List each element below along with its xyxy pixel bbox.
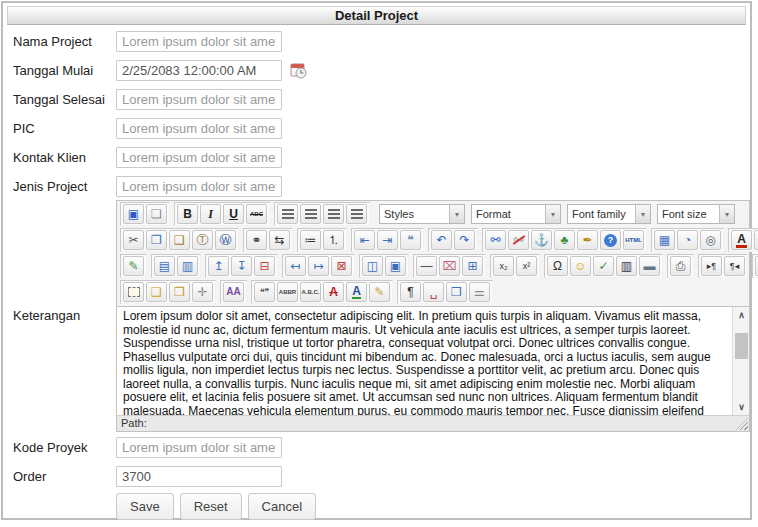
numbered-list-button[interactable]: ⒈ — [323, 230, 344, 250]
insert-layer-button[interactable] — [123, 282, 144, 302]
pic-input[interactable] — [116, 118, 282, 139]
align-left-button[interactable] — [277, 204, 298, 224]
unlink-button[interactable]: ⚯ — [508, 230, 529, 250]
cancel-button[interactable]: Cancel — [248, 493, 316, 520]
spellcheck-button[interactable]: ✓ — [593, 256, 614, 276]
delete-row-button[interactable]: ⊟ — [254, 256, 275, 276]
editor-scrollbar[interactable]: ∧ ∨ — [732, 307, 749, 415]
horizontal-rule-button[interactable]: — — [416, 256, 437, 276]
scroll-down-icon[interactable]: ∨ — [733, 399, 749, 415]
insert-edit-table-button[interactable]: ✎ — [123, 256, 144, 276]
indent-button[interactable]: ⇥ — [377, 230, 398, 250]
page-break-button[interactable]: ⚌ — [469, 282, 490, 302]
insert-link-button[interactable]: ⚯ — [485, 230, 506, 250]
paste-as-text-button[interactable]: Ⓣ — [192, 230, 213, 250]
insert-column-before-button[interactable]: ↤ — [285, 256, 306, 276]
redo-button[interactable]: ↷ — [454, 230, 475, 250]
emoticons-button[interactable]: ☺ — [570, 256, 591, 276]
chevron-down-icon[interactable]: ▾ — [545, 205, 560, 223]
reset-button[interactable]: Reset — [180, 493, 242, 520]
editor-text[interactable]: Lorem ipsum dolor sit amet, consectetur … — [117, 307, 732, 415]
insert-image-button[interactable]: ♣ — [554, 230, 575, 250]
text-color-arrow-button[interactable]: ▾ — [754, 230, 758, 250]
advanced-hr-button[interactable]: ▬ — [639, 256, 660, 276]
scrollbar-thumb[interactable] — [735, 333, 748, 359]
html-source-button[interactable]: HTML — [623, 230, 644, 250]
text-color-button[interactable]: A — [731, 230, 752, 250]
chevron-down-icon[interactable]: ▾ — [719, 205, 734, 223]
abbreviation-button[interactable]: ABBR — [277, 282, 298, 302]
align-center-button[interactable] — [300, 204, 321, 224]
insert-time-button[interactable]: ◔ — [677, 230, 698, 250]
nonbreaking-space-button[interactable]: ␣ — [423, 282, 444, 302]
tanggal-selesai-input[interactable] — [116, 89, 282, 110]
remove-formatting-button[interactable]: ⌧ — [439, 256, 460, 276]
find-button[interactable]: ⚭ — [246, 230, 267, 250]
special-character-button[interactable]: Ω — [547, 256, 568, 276]
preview-button[interactable]: ◎ — [700, 230, 721, 250]
visual-characters-button[interactable]: ¶ — [400, 282, 421, 302]
insert-media-button[interactable]: ▥ — [616, 256, 637, 276]
format-dropdown[interactable]: Format▾ — [471, 204, 561, 224]
cleanup-code-button[interactable]: ✒ — [577, 230, 598, 250]
help-button[interactable]: ? — [600, 230, 621, 250]
save-button[interactable]: ▣ — [123, 204, 144, 224]
acronym-button[interactable]: A.B.C. — [300, 282, 321, 302]
split-cells-button[interactable]: ◫ — [362, 256, 383, 276]
superscript-button[interactable]: x² — [516, 256, 537, 276]
nama-project-input[interactable] — [116, 31, 282, 52]
align-right-button[interactable] — [323, 204, 344, 224]
strikethrough-button[interactable]: ABC — [246, 204, 267, 224]
paste-button[interactable]: ❑ — [169, 230, 190, 250]
kode-proyek-input[interactable] — [116, 437, 282, 458]
bold-button[interactable]: B — [177, 204, 198, 224]
underline-button[interactable]: U — [223, 204, 244, 224]
cut-button[interactable]: ✂ — [123, 230, 144, 250]
new-document-button[interactable]: ❏ — [146, 204, 167, 224]
editor-content-area[interactable]: Lorem ipsum dolor sit amet, consectetur … — [117, 306, 749, 415]
template-button[interactable]: ❒ — [446, 282, 467, 302]
send-backward-button[interactable]: ❐ — [169, 282, 190, 302]
outdent-button[interactable]: ⇤ — [354, 230, 375, 250]
insert-row-before-button[interactable]: ↥ — [208, 256, 229, 276]
table-cell-properties-button[interactable]: ▥ — [177, 256, 198, 276]
font-size-dropdown[interactable]: Font size▾ — [657, 204, 735, 224]
insert-date-button[interactable]: ▦ — [654, 230, 675, 250]
citation-button[interactable]: ❝❞ — [254, 282, 275, 302]
insert-row-after-button[interactable]: ↧ — [231, 256, 252, 276]
styles-dropdown[interactable]: Styles▾ — [379, 204, 465, 224]
save-button[interactable]: Save — [116, 493, 174, 520]
merge-cells-button[interactable]: ▣ — [385, 256, 406, 276]
blockquote-button[interactable]: ❝ — [400, 230, 421, 250]
ltr-direction-button[interactable]: ▸¶ — [701, 256, 722, 276]
kontak-klien-input[interactable] — [116, 147, 282, 168]
rtl-direction-button[interactable]: ¶◂ — [724, 256, 745, 276]
toggle-guidelines-button[interactable]: ⊞ — [462, 256, 483, 276]
find-replace-button[interactable]: ⇆ — [269, 230, 290, 250]
align-justify-button[interactable] — [346, 204, 367, 224]
table-row-properties-button[interactable]: ▤ — [154, 256, 175, 276]
insert-column-after-button[interactable]: ↦ — [308, 256, 329, 276]
print-button[interactable]: ⎙ — [670, 256, 691, 276]
copy-button[interactable]: ❐ — [146, 230, 167, 250]
tanggal-mulai-input[interactable] — [116, 60, 282, 81]
italic-button[interactable]: I — [200, 204, 221, 224]
absolute-position-button[interactable]: ✛ — [192, 282, 213, 302]
insertion-button[interactable]: A — [346, 282, 367, 302]
style-properties-button[interactable]: AA — [223, 282, 244, 302]
attributes-button[interactable]: ✎ — [369, 282, 390, 302]
paste-from-word-button[interactable]: Ⓦ — [215, 230, 236, 250]
resize-grip-icon[interactable] — [736, 418, 748, 430]
subscript-button[interactable]: x₂ — [493, 256, 514, 276]
scroll-up-icon[interactable]: ∧ — [733, 307, 749, 323]
order-input[interactable] — [116, 466, 282, 487]
anchor-button[interactable]: ⚓ — [531, 230, 552, 250]
deletion-button[interactable]: A — [323, 282, 344, 302]
chevron-down-icon[interactable]: ▾ — [635, 205, 650, 223]
calendar-clock-icon[interactable] — [290, 62, 307, 79]
jenis-project-input[interactable] — [116, 176, 282, 197]
font-family-dropdown[interactable]: Font family▾ — [567, 204, 651, 224]
bullet-list-button[interactable]: ≔ — [300, 230, 321, 250]
undo-button[interactable]: ↶ — [431, 230, 452, 250]
delete-column-button[interactable]: ⊠ — [331, 256, 352, 276]
